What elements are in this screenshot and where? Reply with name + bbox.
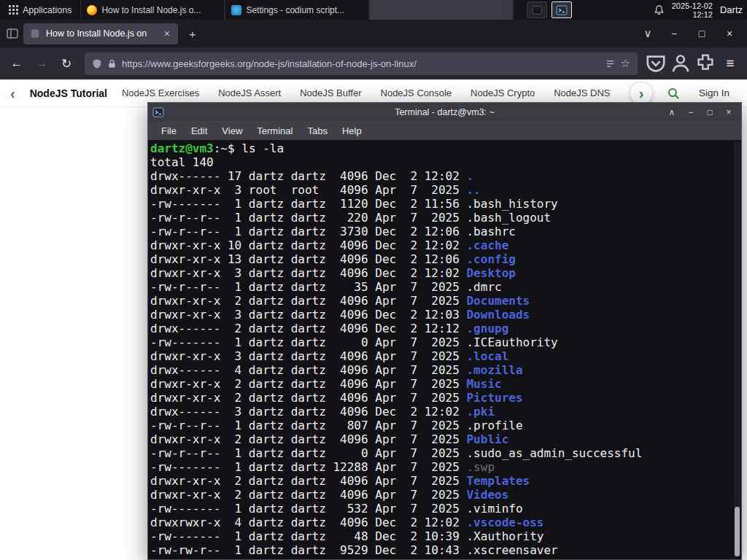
terminal-line: drwxr-xr-x 13 dartz dartz 4096 Dec 2 12:…	[150, 252, 741, 266]
browser-toolbar: ← → ↻ https://www.geeksforgeeks.org/node…	[0, 47, 747, 79]
sign-in-button[interactable]: Sign In	[699, 88, 729, 98]
file-name: .xscreensaver	[466, 543, 557, 557]
extensions-icon[interactable]	[694, 52, 716, 74]
site-nav-item[interactable]: NodeJS DNS	[554, 88, 610, 98]
nav-back-chevron-icon[interactable]: ‹	[10, 86, 15, 101]
terminal-line: -rw-r--r-- 1 dartz dartz 220 Apr 7 2025 …	[150, 211, 741, 225]
reload-button[interactable]: ↻	[55, 52, 77, 74]
file-name: .cache	[466, 238, 508, 252]
site-nav-item[interactable]: NodeJS Crypto	[471, 88, 535, 98]
url-bar[interactable]: https://www.geeksforgeeks.org/node-js/in…	[85, 52, 638, 75]
search-icon[interactable]	[667, 87, 680, 100]
account-icon[interactable]	[670, 52, 692, 74]
browser-tab[interactable]: How to Install Node.js on ×	[23, 23, 178, 44]
site-nav-item[interactable]: NodeJS Buffer	[300, 88, 361, 98]
tracking-shield-icon[interactable]	[92, 58, 102, 69]
terminal-maximize-button[interactable]: □	[702, 105, 718, 120]
applications-grid-icon	[9, 5, 18, 15]
terminal-mini-icon	[556, 4, 568, 16]
terminal-scrollbar-thumb[interactable]	[735, 507, 740, 556]
menu-tabs[interactable]: Tabs	[300, 125, 334, 136]
file-name: .bash_logout	[466, 211, 551, 225]
system-tray	[527, 0, 572, 20]
menu-icon[interactable]: ≡	[719, 52, 741, 74]
window-maximize-button[interactable]: □	[690, 23, 713, 44]
file-name: .swp	[466, 460, 495, 474]
firefox-view-icon[interactable]	[6, 27, 19, 40]
lock-icon[interactable]	[108, 59, 116, 69]
notifications-bell-icon[interactable]	[654, 4, 665, 15]
tab-title: How to Install Node.js on	[46, 28, 157, 39]
terminal-scrollbar[interactable]	[734, 141, 740, 558]
terminal-prompt-line: dartz@vm3:~$ ls -la	[150, 141, 741, 155]
file-name: .Xauthority	[466, 529, 543, 543]
file-name: .profile	[466, 419, 522, 432]
terminal-line: drwxr-xr-x 2 dartz dartz 4096 Apr 7 2025…	[150, 391, 741, 405]
terminal-window: Terminal - dartz@vm3: ~ ∧ − □ × FileEdit…	[147, 102, 742, 560]
terminal-minimize-button[interactable]: −	[683, 105, 699, 120]
terminal-title: Terminal - dartz@vm3: ~	[148, 107, 741, 117]
window-minimize-button[interactable]: −	[662, 23, 686, 44]
terminal-output: drwx------ 17 dartz dartz 4096 Dec 2 12:…	[150, 169, 741, 557]
nav-scroll-next-button[interactable]: ›	[630, 82, 652, 104]
panel-clock[interactable]: 2025-12-02 12:12	[672, 1, 713, 19]
terminal-titlebar[interactable]: Terminal - dartz@vm3: ~ ∧ − □ ×	[148, 103, 741, 122]
site-nav-item[interactable]: NodeJS Assert	[218, 88, 281, 98]
terminal-total-line: total 140	[150, 155, 741, 169]
menu-view[interactable]: View	[214, 125, 249, 136]
file-name: Documents	[466, 294, 530, 308]
new-tab-button[interactable]: +	[182, 23, 203, 44]
terminal-line: -rw------- 1 dartz dartz 1120 Dec 2 11:5…	[150, 197, 741, 211]
file-name: Pictures	[466, 391, 522, 405]
back-button[interactable]: ←	[6, 52, 28, 74]
file-name: Templates	[466, 474, 530, 488]
menu-file[interactable]: File	[154, 125, 184, 136]
url-text: https://www.geeksforgeeks.org/node-js/in…	[122, 58, 600, 69]
panel-window-button[interactable]: Settings - codium script...	[225, 0, 369, 20]
file-name: .dmrc	[466, 280, 501, 294]
terminal-rollup-button[interactable]: ∧	[664, 105, 680, 120]
tray-app-icon[interactable]	[527, 1, 547, 18]
menu-edit[interactable]: Edit	[184, 125, 214, 136]
file-name: Public	[466, 432, 508, 446]
panel-window-buttons: How to Install Node.js o...Settings - co…	[80, 0, 514, 20]
prompt-user-host: dartz@vm3	[150, 141, 214, 155]
firefox-icon	[87, 5, 97, 15]
desktop-panel: Applications How to Install Node.js o...…	[0, 0, 747, 20]
menu-help[interactable]: Help	[335, 125, 369, 136]
bookmark-star-icon[interactable]: ☆	[621, 57, 630, 70]
window-close-button[interactable]: ×	[718, 23, 741, 44]
terminal-line: drwxrwxr-x 4 dartz dartz 4096 Dec 2 12:0…	[150, 516, 741, 529]
terminal-body[interactable]: dartz@vm3:~$ ls -la total 140 drwx------…	[148, 140, 741, 559]
window-button-title: Settings - codium script...	[246, 5, 344, 15]
tray-window-icon	[532, 5, 542, 15]
panel-window-button[interactable]: Terminal - dartz@vm3: ~	[369, 0, 514, 20]
reader-mode-icon[interactable]	[605, 59, 615, 69]
forward-button[interactable]: →	[31, 52, 53, 74]
terminal-menubar: FileEditViewTerminalTabsHelp	[148, 122, 741, 140]
file-name: .gnupg	[466, 322, 508, 335]
menu-terminal[interactable]: Terminal	[249, 125, 300, 136]
terminal-line: drwxr-xr-x 3 root root 4096 Apr 7 2025 .…	[150, 183, 741, 197]
tray-terminal-icon[interactable]	[551, 1, 572, 18]
pocket-icon[interactable]	[645, 52, 667, 74]
window-button-title: How to Install Node.js o...	[101, 5, 201, 15]
panel-window-button[interactable]: How to Install Node.js o...	[80, 0, 225, 20]
terminal-close-button[interactable]: ×	[721, 105, 737, 120]
site-nav-item[interactable]: NodeJS Exercises	[122, 88, 199, 98]
file-name: .viminfo	[466, 502, 522, 516]
file-name: .vscode-oss	[466, 516, 543, 529]
file-name: .bash_history	[466, 197, 557, 211]
list-tabs-icon[interactable]: ∨	[638, 23, 658, 44]
tab-close-icon[interactable]: ×	[163, 28, 171, 39]
terminal-line: drwx------ 3 dartz dartz 4096 Dec 2 12:0…	[150, 405, 741, 419]
terminal-line: -rw------- 1 dartz dartz 0 Apr 7 2025 .I…	[150, 335, 741, 349]
terminal-line: drwxr-xr-x 3 dartz dartz 4096 Dec 2 12:0…	[150, 266, 741, 280]
site-nav-item[interactable]: NodeJS Console	[381, 88, 452, 98]
page-favicon	[30, 28, 40, 39]
applications-menu-button[interactable]: Applications	[0, 0, 80, 20]
applications-label: Applications	[23, 5, 71, 15]
file-name: .ICEauthority	[466, 335, 557, 349]
nodejs-tutorial-link[interactable]: NodeJS Tutorial	[30, 88, 107, 99]
terminal-line: -rw-r--r-- 1 dartz dartz 35 Apr 7 2025 .…	[150, 280, 741, 294]
